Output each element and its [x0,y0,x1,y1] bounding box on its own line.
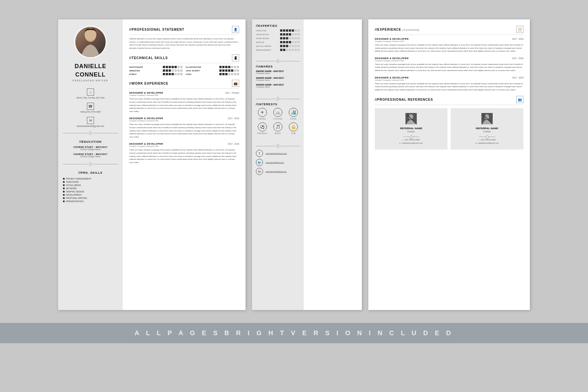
phone-contact: ☎ +060-(875)-7575-6997 [63,103,118,113]
page1-main: //PROFESSIONAL STATEMENT 👤 suffered alte… [123,19,246,310]
award-item: AWARD NAME - MAY/2017 Company Name [256,84,300,88]
skill-dots [163,66,183,68]
skill-dots [219,73,239,75]
prof-statement-title: //PROFESSIONAL STATEMENT [129,28,184,31]
skill-item: DEVELOPMENT [63,193,118,196]
expertise-dots [280,37,300,39]
skill-item: NETWORK [63,187,118,190]
profile-photo [74,26,107,58]
exp-date: 2017 - Present [225,92,239,94]
ref-name: REFERRAL NAME [400,127,422,130]
skill-dots [219,66,239,68]
interest-item: ⚽ FOOTBALL [256,122,269,134]
interest-item: 🎵 MUSIC [271,122,284,134]
awards-title: //AWARDS [256,65,300,68]
ref-cards: REFERRAL NAME Position t. +097 5(578) 64… [375,108,523,150]
ref-photo [405,113,417,124]
skill-dots [219,69,239,72]
interest-label: FOOTBALL [257,132,268,134]
experties-section: //EXPERTIES CREATIVEINNOVATIVETEAM WORKD… [256,24,300,53]
interest-label: MUSIC [275,132,281,134]
footer-bar: A L L P A G E S B R I G H T V E R S I O … [0,323,588,343]
pro-skills-title: //PRO. SKILLS [79,171,103,174]
exp-cont-items: DESIGNER & DEVELOPER 2017 - 2018 Creativ… [375,37,523,91]
social-item: in username/linkeding.com [256,168,300,175]
expertise-row: TEAM WORK [256,37,300,39]
experties-title: //EXPERTIES [256,24,300,27]
ref-divider [479,137,495,137]
skill-item: PROPOSAL WRITING [63,196,118,200]
ref-photo [481,113,493,124]
exp-date: 2017 - 2018 [228,143,239,145]
tech-skills-title: //TECHNICAL SKILLS [129,56,168,60]
linkedin-icon: in [256,168,263,175]
references-section: //PROFESSIONAL REFERENCES 👥 REFERRAL NAM… [375,96,523,150]
skill-row: JAVA SCRIPT [186,69,239,72]
award-item: AWARD NAME - MAY/2017 Company Name [256,70,300,74]
exp-title: DESIGNER & DEVELOPER [129,117,163,120]
social-item: f username/facebook.com [256,150,300,157]
skill-item: PROJECT MANAGEMENT [63,177,118,180]
social-handle: username/linkeding.com [266,170,287,172]
work-exp-header: //WORK EXPERIENCE 💼 [129,80,239,89]
briefcase-icon: 💼 [232,80,239,87]
edu-course-2: COURSE STUDY - MAY/2017 [73,153,108,155]
refs-icon: 👥 [516,96,523,103]
divider3 [256,60,300,62]
expertise-row: SOCIAL MEDIA [256,45,300,47]
ref-email: e. mailaddress@gmail.com [475,142,499,144]
skill-row: CSS3 [186,73,239,75]
exp-body: There are many variations passage lorem … [375,63,523,72]
expertise-dots [280,45,300,47]
award-company: Company Name [256,86,300,88]
skill-row: INDESIGN [129,69,183,72]
interest-icon: 💪 [289,122,298,131]
interest-label: CYCLING [273,118,282,120]
expertise-dots [280,41,300,43]
expertise-label: INNOVATIVE [256,34,269,36]
awards-items: AWARD NAME - MAY/2017 Company Name AWARD… [256,70,300,88]
expertise-dots [280,49,300,51]
expertise-row: DESIGN [256,41,300,43]
prof-statement-body: suffered alteration in some form autest … [129,37,239,50]
ref-name: REFERRAL NAME [476,127,498,130]
exp-header: DESIGNER & DEVELOPER 2017 - 2018 [129,117,239,120]
exp-header: DESIGNER & DEVELOPER 2017 - 2018 [375,57,523,60]
exp-header: DESIGNER & DEVELOPER 2017 - 2018 [375,37,523,40]
skill-item: TEAM WORK [63,180,118,183]
continued-label: (Continued) [403,28,420,31]
interests-grid: ✈ TRAVEL 🚲 CYCLING 🏄 KAYAK ⚽ FOOTBALL 🎵 … [256,108,300,134]
exp-cont-item: DESIGNER & DEVELOPER 2017 - 2018 Creativ… [375,57,523,72]
phone-icon: ☎ [87,103,94,110]
page-2: //EXPERTIES CREATIVEINNOVATIVETEAM WORKD… [252,19,362,310]
expertise-label: DESIGN [256,41,264,43]
skills-grid: PHOTOSHOPILLUSTRATORINDESIGNJAVA SCRIPTH… [129,66,239,75]
person-title: FREELANCER WRITER [73,79,109,82]
address-text: Street, City, Country, Zip Code [76,97,105,99]
page-3: //EXPERIENCE (Continued) 📋 DESIGNER & DE… [368,19,530,310]
edu-school-2: School College Name [73,155,108,158]
interest-item: ✈ TRAVEL [256,108,269,120]
expertise-label: MANAGEMENT [256,49,271,51]
email-icon: ✉ [87,117,94,124]
ref-position: Position [483,130,491,133]
ref-position: Position [407,130,415,133]
page2-main [304,19,362,310]
facebook-icon: f [256,150,263,157]
pro-skills-list: PROJECT MANAGEMENT TEAM WORK SOCIAL MEDI… [63,177,118,203]
exp-title: DESIGNER & DEVELOPER [375,57,409,60]
ref-card: REFERRAL NAME Position t. +097 5(578) 64… [375,108,447,150]
expertise-label: TEAM WORK [256,37,269,39]
divider4 [256,98,300,100]
person-name-line1: DANIELLE [75,63,106,70]
work-experience-section: //WORK EXPERIENCE 💼 DESIGNER & DEVELOPER… [129,80,239,164]
edu-item-1: COURSE STUDY - MAY/2017 School College N… [73,146,108,150]
exp-cont-item: DESIGNER & DEVELOPER 2017 - 2018 Creativ… [375,76,523,92]
education-section-title: //EDUCATION [79,140,102,143]
expertise-dots [280,29,300,32]
page2-sidebar: //EXPERTIES CREATIVEINNOVATIVETEAM WORKD… [252,19,304,310]
email-contact: ✉ luisebranlaramail@gmail.com [63,117,118,127]
interest-label: KAYAK [290,118,297,120]
awards-section: //AWARDS AWARD NAME - MAY/2017 Company N… [256,65,300,90]
professional-statement-section: //PROFESSIONAL STATEMENT 👤 suffered alte… [129,26,239,50]
